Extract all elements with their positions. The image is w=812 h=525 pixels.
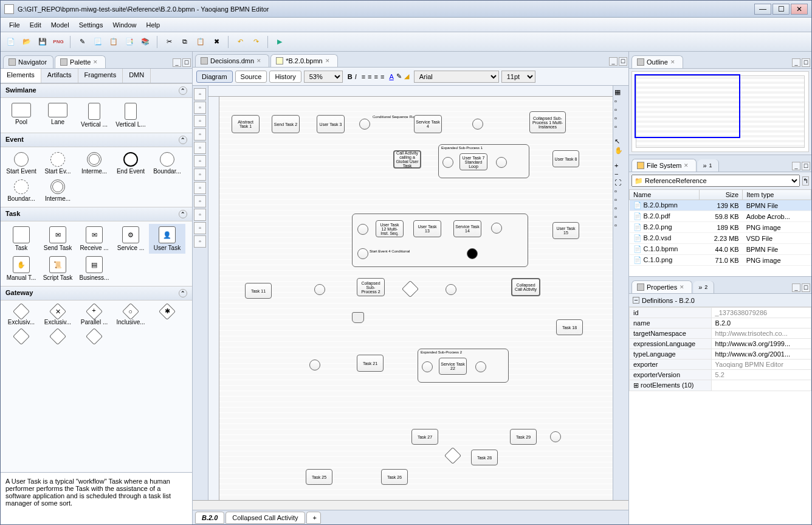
palette-business-task[interactable]: ▤Business... bbox=[76, 254, 112, 283]
align-just-icon[interactable]: ≡ bbox=[380, 73, 384, 80]
rtool-4[interactable]: ▫ bbox=[614, 114, 627, 122]
node-task-11[interactable]: Task 11 bbox=[245, 283, 272, 299]
palette-start-event-ni[interactable]: Start Ev... bbox=[40, 150, 76, 177]
tab-navigator[interactable]: Navigator bbox=[3, 55, 53, 68]
palette-gw8[interactable] bbox=[76, 328, 112, 346]
run-icon[interactable]: ▶ bbox=[273, 35, 286, 49]
cut-icon[interactable]: ✂ bbox=[162, 35, 176, 49]
maximize-panel-icon[interactable]: ☐ bbox=[802, 283, 810, 292]
node-send-task-2[interactable]: Send Task 2 bbox=[272, 115, 300, 133]
maximize-panel-icon[interactable]: ☐ bbox=[619, 57, 627, 66]
node-end-event-2[interactable] bbox=[496, 157, 507, 168]
node-user-task-13[interactable]: User Task 13 bbox=[413, 220, 441, 237]
palette-boundary[interactable]: Boundar... bbox=[149, 150, 185, 177]
node-ee10[interactable] bbox=[550, 431, 561, 442]
doc-icon[interactable]: 📃 bbox=[91, 35, 105, 49]
node-user-task-7[interactable]: User Task 7 Standard Loop bbox=[459, 153, 487, 170]
palette-gw7[interactable] bbox=[40, 328, 76, 346]
maximize-panel-icon[interactable]: ☐ bbox=[802, 162, 810, 170]
outline-thumbnail[interactable] bbox=[631, 71, 809, 152]
vtool-10[interactable]: ▫ bbox=[194, 209, 206, 221]
section-swimlane[interactable]: Swimlane⌃ bbox=[1, 83, 192, 98]
node-task-28[interactable]: Task 28 bbox=[471, 450, 498, 465]
subtab-elements[interactable]: Elements bbox=[1, 69, 41, 83]
menu-settings[interactable]: Settings bbox=[74, 20, 108, 30]
rtool-zoomout[interactable]: − bbox=[614, 170, 627, 178]
node-task-25[interactable]: Task 25 bbox=[306, 469, 332, 485]
menu-edit[interactable]: Edit bbox=[25, 20, 46, 30]
node-se4[interactable] bbox=[357, 248, 368, 259]
node-ee6[interactable] bbox=[475, 361, 486, 372]
prop-row[interactable]: targetNamespacehttp://www.trisotech.co..… bbox=[630, 329, 811, 339]
vtool-9[interactable]: ▫ bbox=[194, 195, 206, 207]
rtool-3[interactable]: ▫ bbox=[614, 106, 627, 113]
close-icon[interactable]: ✕ bbox=[670, 59, 676, 65]
node-user-task-15[interactable]: User Task 15 bbox=[552, 222, 579, 239]
close-button[interactable]: ✕ bbox=[791, 4, 808, 15]
collapse-icon[interactable]: ⌃ bbox=[179, 210, 187, 218]
palette-script-task[interactable]: 📜Script Task bbox=[40, 254, 76, 283]
palette-service-task[interactable]: ⚙Service ... bbox=[112, 224, 149, 254]
canvas[interactable]: Abstract Task 1 Send Task 2 User Task 3 … bbox=[208, 86, 613, 500]
minimize-panel-icon[interactable]: _ bbox=[792, 58, 800, 67]
subtab-dmn[interactable]: DMN bbox=[123, 69, 151, 83]
node-user-task-8[interactable]: User Task 8 bbox=[552, 150, 579, 167]
open-icon[interactable]: 📂 bbox=[20, 35, 33, 49]
prop-row[interactable]: expressionLanguagehttp://www.w3.org/1999… bbox=[630, 339, 811, 349]
btab-add[interactable]: + bbox=[306, 512, 321, 524]
view-diagram[interactable]: Diagram bbox=[196, 71, 233, 83]
highlight-icon[interactable]: ✎ bbox=[396, 72, 402, 80]
undo-icon[interactable]: ↶ bbox=[233, 35, 247, 49]
node-task-29[interactable]: Task 29 bbox=[510, 429, 537, 445]
copy-icon[interactable]: 📑 bbox=[123, 35, 136, 49]
vtool-1[interactable]: ▫ bbox=[194, 88, 206, 100]
btab-collapsed[interactable]: Collapsed Call Activity bbox=[225, 512, 304, 524]
doc2-icon[interactable]: 📋 bbox=[107, 35, 120, 49]
vtool-7[interactable]: ▫ bbox=[194, 169, 206, 181]
node-end-evt[interactable] bbox=[491, 223, 502, 234]
node-abstract-task-1[interactable]: Abstract Task 1 bbox=[232, 115, 260, 133]
vtool-2[interactable]: ▫ bbox=[194, 102, 206, 114]
node-user-task-12[interactable]: User Task 12 Multi-Inst. Seq. bbox=[376, 220, 404, 237]
vtool-8[interactable]: ▫ bbox=[194, 182, 206, 194]
vtool-4[interactable]: ▫ bbox=[194, 128, 206, 141]
fs-row[interactable]: 📄 B.2.0.pdf59.8 KBAdobe Acrob... bbox=[630, 211, 811, 222]
fs-col-size[interactable]: Size bbox=[700, 190, 743, 200]
node-ie-msg-catch[interactable] bbox=[314, 284, 325, 295]
align-right-icon[interactable]: ≡ bbox=[374, 73, 378, 80]
palette-inclusive[interactable]: ○Inclusive... bbox=[112, 303, 149, 328]
palette-lane[interactable]: Lane bbox=[40, 100, 76, 130]
fontcolor-icon[interactable]: A bbox=[389, 73, 393, 80]
tab-properties[interactable]: Properties✕ bbox=[631, 280, 692, 293]
palette-vpool[interactable]: Vertical ... bbox=[76, 100, 112, 130]
prop-row[interactable]: nameB.2.0 bbox=[630, 318, 811, 329]
view-source[interactable]: Source bbox=[235, 71, 267, 83]
section-gateway[interactable]: Gateway⌃ bbox=[1, 286, 192, 301]
palette-send-task[interactable]: ✉Send Task bbox=[40, 224, 76, 254]
palette-task[interactable]: Task bbox=[3, 224, 40, 254]
palette-receive-task[interactable]: ✉Receive ... bbox=[76, 224, 112, 254]
view-history[interactable]: History bbox=[269, 71, 301, 83]
fs-row[interactable]: 📄 B.2.0.png189 KBPNG image bbox=[630, 222, 811, 233]
fs-row[interactable]: 📄 B.2.0.vsd2.23 MBVSD File bbox=[630, 233, 811, 244]
node-big-subproc[interactable]: User Task 12 Multi-Inst. Seq. User Task … bbox=[352, 214, 528, 267]
close-icon[interactable]: ✕ bbox=[256, 58, 263, 64]
rtool-10[interactable]: ▫ bbox=[614, 204, 627, 212]
palette-parallel[interactable]: +Parallel ... bbox=[76, 303, 112, 328]
menu-help[interactable]: Help bbox=[142, 20, 165, 30]
rtool-grid[interactable]: ▦ bbox=[614, 88, 627, 96]
export-png-icon[interactable]: PNG bbox=[52, 35, 65, 49]
tab-fs-extra[interactable]: »1 bbox=[698, 159, 718, 172]
node-signal-throw[interactable] bbox=[472, 119, 483, 130]
node-ie-msg-catch-2[interactable] bbox=[309, 360, 320, 370]
outline-viewport[interactable] bbox=[635, 74, 740, 138]
subtab-fragments[interactable]: Fragments bbox=[78, 69, 123, 83]
section-task[interactable]: Task⌃ bbox=[1, 207, 192, 221]
fs-up-icon[interactable]: ↰ bbox=[802, 176, 809, 186]
palette-intermediate[interactable]: Interme... bbox=[76, 150, 112, 177]
collapse-icon[interactable]: ⌃ bbox=[179, 289, 187, 297]
tab-filesystem[interactable]: File System✕ bbox=[631, 159, 697, 172]
paste-icon[interactable]: 📋 bbox=[194, 35, 207, 49]
node-exp-sub-1[interactable]: Expanded Sub-Process 1 User Task 7 Stand… bbox=[438, 144, 529, 178]
menu-file[interactable]: File bbox=[4, 20, 25, 30]
